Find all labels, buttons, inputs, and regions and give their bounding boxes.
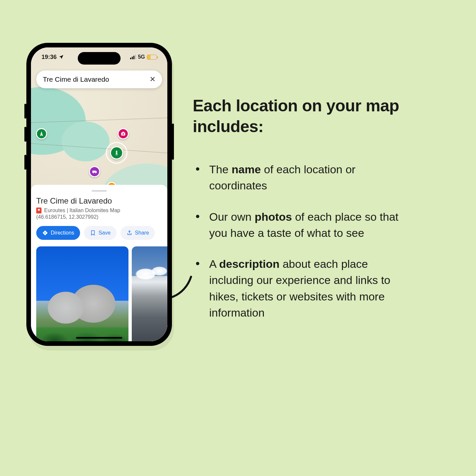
sheet-grabber[interactable] [92,190,107,192]
map-pin-selected-ring [106,142,127,164]
place-actions: Directions Save Share [36,226,162,240]
search-bar[interactable]: Tre Cime di Lavaredo ✕ [36,70,162,88]
headline: Each location on your map includes: [193,96,436,137]
share-button[interactable]: Share [121,226,155,240]
svg-point-3 [116,151,118,152]
save-button[interactable]: Save [84,226,116,240]
bullet-name: The name of each location or coordinates [209,161,413,194]
bullet-photos: Our own photos of each place so that you… [209,209,413,241]
bookmark-icon [90,230,96,236]
phone-frame: 19:36 5G [26,43,172,346]
svg-rect-5 [96,171,97,173]
photo-secondary[interactable] [132,246,167,341]
map-pin-photo[interactable] [118,128,129,139]
photo-gallery[interactable] [36,246,162,341]
svg-point-1 [123,133,124,135]
svg-rect-4 [92,171,96,173]
signal-icon [130,55,136,59]
svg-rect-2 [123,132,124,133]
phone-screen: 19:36 5G [31,47,167,341]
map-pin-camper[interactable] [89,166,100,177]
directions-icon [42,230,48,236]
place-coords: (46.6186715, 12.3027992) [36,214,162,220]
location-arrow-icon [59,54,64,60]
svg-point-6 [93,172,94,173]
network-label: 5G [138,54,145,60]
place-source: Euroutes | Italian Dolomites Map [36,208,162,213]
home-indicator[interactable] [76,337,122,339]
clear-search-icon[interactable]: ✕ [150,75,155,84]
battery-icon [147,55,157,60]
svg-rect-0 [121,132,125,135]
place-sheet[interactable]: Tre Cime di Lavaredo Euroutes | Italian … [31,185,167,341]
map-pin-hiking[interactable] [36,128,47,139]
search-query: Tre Cime di Lavaredo [43,75,109,83]
photo-main[interactable] [36,246,128,341]
place-title: Tre Cime di Lavaredo [36,196,162,206]
map-pin-selected[interactable] [110,146,123,159]
marketing-copy: Each location on your map includes: The … [193,96,436,336]
directions-button[interactable]: Directions [36,226,80,240]
share-icon [126,230,132,236]
map-badge-icon [36,208,42,213]
dynamic-island [78,52,121,65]
svg-point-7 [95,172,96,173]
bullet-list: The name of each location or coordinates… [193,161,436,321]
status-time: 19:36 [42,54,57,61]
bullet-description: A description about each place including… [209,256,413,321]
